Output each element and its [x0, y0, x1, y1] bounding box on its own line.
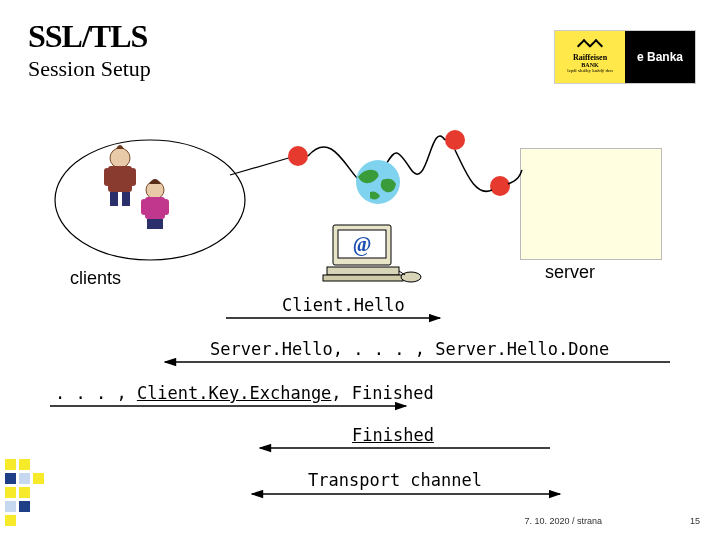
- svg-rect-9: [141, 199, 147, 215]
- logo-ebank: e Banka: [637, 50, 683, 64]
- slide-subtitle: Session Setup: [28, 56, 151, 82]
- bank-logo: Raiffeisen BANK lepší služby každý den e…: [554, 30, 696, 84]
- svg-point-0: [55, 140, 245, 260]
- svg-rect-20: [327, 267, 399, 275]
- msg3-underlined: Client.Key.Exchange: [137, 383, 331, 403]
- svg-rect-5: [110, 192, 118, 206]
- svg-rect-2: [108, 166, 132, 192]
- footer-page-number: 15: [690, 516, 700, 526]
- svg-point-14: [445, 130, 465, 150]
- svg-rect-3: [104, 168, 110, 186]
- svg-rect-11: [147, 219, 163, 229]
- svg-line-23: [399, 271, 405, 275]
- msg-server-hello-done: Server.Hello, . . . , Server.Hello.Done: [210, 339, 609, 359]
- clients-label: clients: [70, 268, 121, 289]
- logo-tagline: lepší služby každý den: [567, 68, 612, 73]
- msg3-prefix: . . . ,: [55, 383, 137, 403]
- svg-rect-17: [333, 225, 391, 265]
- svg-rect-18: [338, 230, 386, 258]
- svg-point-15: [490, 176, 510, 196]
- server-label: server: [545, 262, 595, 283]
- svg-text:@: @: [353, 233, 372, 256]
- footer-date: 7. 10. 2020 / strana: [524, 516, 602, 526]
- server-box: [520, 148, 662, 260]
- svg-rect-6: [122, 192, 130, 206]
- svg-point-16: [356, 160, 400, 204]
- msg-client-key-exchange: . . . , Client.Key.Exchange, Finished: [55, 383, 434, 403]
- svg-point-7: [146, 181, 164, 199]
- svg-rect-8: [145, 197, 165, 219]
- svg-rect-4: [130, 168, 136, 186]
- svg-point-13: [288, 146, 308, 166]
- svg-point-22: [401, 272, 421, 282]
- msg-transport-channel: Transport channel: [308, 470, 482, 490]
- svg-line-12: [230, 157, 292, 175]
- svg-rect-10: [163, 199, 169, 215]
- svg-point-1: [110, 148, 130, 168]
- svg-rect-21: [323, 275, 403, 281]
- decorative-squares: [0, 455, 55, 540]
- msg3-suffix: , Finished: [331, 383, 433, 403]
- logo-bank-name: Raiffeisen: [573, 53, 607, 62]
- slide-title: SSL/TLS: [28, 18, 147, 55]
- msg-finished: Finished: [352, 425, 434, 445]
- msg-client-hello: Client.Hello: [282, 295, 405, 315]
